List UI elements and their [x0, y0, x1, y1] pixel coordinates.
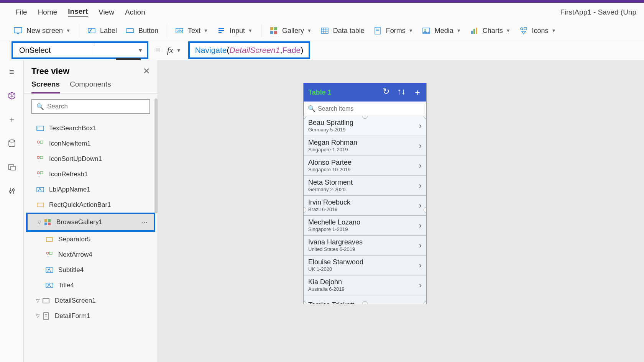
textbox-icon [36, 124, 44, 133]
text-button[interactable]: Abc Text ▼ [175, 26, 208, 35]
formula-input[interactable]: Navigate(DetailScreen1, Fade) [188, 41, 310, 59]
tab-components[interactable]: Components [70, 80, 111, 93]
search-icon: 🔍 [308, 105, 315, 112]
new-screen-button[interactable]: New screen ▼ [13, 26, 71, 35]
menu-view[interactable]: View [99, 8, 114, 16]
tree-item-detailform1[interactable]: ▽DetailForm1 [26, 308, 155, 324]
chevron-right-icon[interactable]: › [419, 181, 422, 191]
tree-item-label: Title4 [58, 282, 74, 289]
tree-item-iconnewitem1[interactable]: +IconNewItem1 [26, 136, 155, 151]
chevron-right-icon[interactable]: › [419, 221, 422, 231]
add-icon[interactable]: ＋ [413, 87, 422, 98]
canvas[interactable]: Table 1 ↻ ↑↓ ＋ 🔍 Beau Spratl [158, 60, 644, 362]
tree-view-panel: Tree view ✕ Screens Components 🔍 TextSea… [24, 60, 158, 362]
property-dropdown[interactable]: OnSelect ▼ Property [12, 41, 148, 59]
tree-item-lblappname1[interactable]: LblAppName1 [26, 182, 155, 197]
ribbon: New screen ▼ Label Button Abc Text ▼ Inp… [0, 21, 644, 40]
label-icon [36, 185, 44, 194]
tree-item-browsegallery1[interactable]: ▽BrowseGallery1⋯ [26, 213, 155, 232]
selection-handle[interactable] [362, 301, 368, 304]
plus-icon[interactable]: ＋ [7, 115, 17, 124]
svg-point-33 [12, 189, 14, 191]
tree-item-detailscreen1[interactable]: ▽DetailScreen1 [26, 293, 155, 308]
tree-item-subtitle4[interactable]: Subtitle4 [26, 262, 155, 278]
tree-view-icon[interactable] [7, 91, 17, 101]
phone-search[interactable]: 🔍 [304, 102, 426, 116]
tree-item-label: LblAppName1 [49, 186, 90, 193]
forms-button[interactable]: Forms ▼ [373, 26, 413, 35]
chevron-right-icon[interactable]: › [419, 241, 422, 251]
gallery-row[interactable]: Alonso ParteeSingapore 10-2019› [304, 156, 426, 176]
tab-screens[interactable]: Screens [31, 80, 60, 93]
svg-rect-26 [476, 28, 477, 34]
chevron-right-icon[interactable]: › [419, 300, 422, 304]
icons-button[interactable]: Icons ▼ [519, 26, 556, 35]
search-input[interactable] [47, 103, 145, 110]
gallery-row[interactable]: Beau SpratlingGermany 5-2019› [304, 116, 426, 136]
gallery-row[interactable]: Kia DejohnAustralia 6-2019› [304, 275, 426, 295]
chevron-down-icon: ▼ [307, 28, 312, 33]
more-icon[interactable]: ⋯ [141, 218, 148, 226]
gallery-row[interactable]: Megan RohmanSingapore 1-2019› [304, 136, 426, 156]
button-button[interactable]: Button [125, 26, 158, 35]
chevron-right-icon[interactable]: › [419, 201, 422, 211]
chevron-down-icon[interactable]: ▽ [36, 313, 39, 319]
fx-button[interactable]: fx▼ [167, 45, 181, 55]
tree-item-label: RectQuickActionBar1 [49, 201, 111, 209]
tree-item-rectquickactionbar1[interactable]: RectQuickActionBar1 [26, 197, 155, 213]
rect-icon [45, 235, 54, 244]
row-subtitle: United States 6-2019 [308, 246, 419, 252]
tools-icon[interactable] [7, 186, 17, 196]
tree-item-iconsortupdown1[interactable]: +IconSortUpDown1 [26, 151, 155, 167]
tree-item-label: Separator5 [58, 236, 90, 243]
scrollbar[interactable] [154, 98, 158, 213]
chevron-right-icon[interactable]: › [419, 280, 422, 290]
gallery-row[interactable]: Mechelle LozanoSingapore 1-2019› [304, 216, 426, 236]
left-rail: ≡ ＋ [0, 60, 24, 362]
chevron-right-icon[interactable]: › [419, 141, 422, 151]
charts-icon [470, 26, 479, 35]
browse-gallery[interactable]: Beau SpratlingGermany 5-2019›Megan Rohma… [304, 116, 426, 304]
gallery-icon [43, 218, 52, 226]
chevron-right-icon[interactable]: › [419, 121, 422, 131]
refresh-icon[interactable]: ↻ [383, 87, 389, 98]
input-button[interactable]: Input ▼ [217, 26, 253, 35]
gallery-row[interactable]: Neta StormentGermany 2-2020› [304, 176, 426, 196]
chevron-right-icon[interactable]: › [419, 260, 422, 270]
tree-item-iconrefresh1[interactable]: +IconRefresh1 [26, 167, 155, 182]
svg-rect-0 [14, 28, 22, 33]
chevron-right-icon[interactable]: › [419, 161, 422, 171]
chevron-down-icon[interactable]: ▽ [38, 219, 41, 225]
tree-search[interactable]: 🔍 [31, 99, 150, 114]
charts-button[interactable]: Charts ▼ [470, 26, 511, 35]
tree-item-nextarrow4[interactable]: +NextArrow4 [26, 247, 155, 262]
media-icon[interactable] [7, 162, 17, 172]
row-title: Irvin Roebuck [308, 199, 419, 206]
close-icon[interactable]: ✕ [143, 66, 150, 76]
menu-file[interactable]: File [15, 8, 27, 16]
sort-icon[interactable]: ↑↓ [397, 87, 406, 98]
tree-item-separator5[interactable]: Separator5 [26, 232, 155, 247]
menu-action[interactable]: Action [125, 8, 145, 16]
data-table-button[interactable]: Data table [320, 26, 365, 35]
menu-insert[interactable]: Insert [68, 7, 88, 17]
chevron-down-icon[interactable]: ▽ [36, 298, 39, 303]
data-icon[interactable] [7, 138, 17, 148]
tree-item-title4[interactable]: Title4 [26, 278, 155, 293]
search-items-input[interactable] [318, 105, 422, 112]
gallery-row[interactable]: Ivana HargreavesUnited States 6-2019› [304, 236, 426, 256]
svg-rect-48 [48, 219, 51, 222]
selection-handle[interactable] [424, 207, 426, 213]
label-button[interactable]: Label [87, 26, 117, 35]
tree-item-label: TextSearchBox1 [49, 124, 97, 132]
gallery-button[interactable]: Gallery ▼ [269, 26, 312, 35]
tree-item-textsearchbox1[interactable]: TextSearchBox1 [26, 121, 155, 136]
row-subtitle: Brazil 6-2019 [308, 206, 419, 212]
menu-home[interactable]: Home [38, 8, 58, 16]
media-button[interactable]: Media ▼ [422, 26, 461, 35]
gallery-row[interactable]: Elouise StanwoodUK 1-2020› [304, 256, 426, 275]
gallery-row[interactable]: Irvin RoebuckBrazil 6-2019› [304, 196, 426, 216]
hamburger-icon[interactable]: ≡ [7, 67, 17, 77]
svg-rect-51 [46, 238, 53, 241]
chevron-down-icon: ▼ [552, 28, 556, 33]
